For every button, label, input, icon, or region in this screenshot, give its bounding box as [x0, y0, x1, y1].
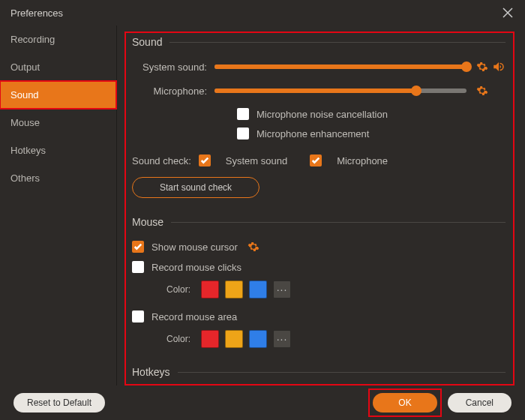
- check-system-label: System sound: [226, 155, 287, 166]
- sidebar-item-recording[interactable]: Recording: [0, 26, 116, 53]
- show-cursor-label: Show mouse cursor: [152, 242, 238, 253]
- gear-icon[interactable]: [247, 240, 260, 254]
- section-sound: Sound System sound: Microphone:: [132, 36, 506, 198]
- cancel-button[interactable]: Cancel: [448, 393, 512, 412]
- color-swatch-orange[interactable]: [225, 280, 243, 298]
- sidebar-item-output[interactable]: Output: [0, 53, 116, 81]
- clicks-color-label: Color:: [166, 284, 190, 295]
- sound-check-label: Sound check:: [132, 155, 191, 166]
- enhancement-label: Microphone enhancement: [256, 128, 369, 140]
- sidebar-item-hotkeys[interactable]: Hotkeys: [0, 136, 116, 164]
- record-clicks-checkbox[interactable]: [132, 261, 144, 273]
- noise-cancel-label: Microphone noise cancellation: [256, 109, 388, 120]
- sidebar-item-mouse[interactable]: Mouse: [0, 109, 116, 136]
- sidebar: Recording Output Sound Mouse Hotkeys Oth…: [0, 26, 117, 386]
- system-sound-slider[interactable]: [214, 64, 466, 69]
- color-swatch-blue[interactable]: [249, 280, 267, 298]
- sidebar-item-sound[interactable]: Sound: [0, 81, 116, 109]
- color-swatch-blue[interactable]: [249, 330, 267, 348]
- record-area-checkbox[interactable]: [132, 310, 144, 322]
- gear-icon[interactable]: [476, 60, 489, 74]
- ok-button[interactable]: OK: [373, 393, 436, 412]
- footer: Reset to Default OK Cancel: [0, 386, 525, 420]
- color-swatch-red[interactable]: [201, 280, 219, 298]
- record-clicks-label: Record mouse clicks: [152, 262, 242, 273]
- color-swatch-more[interactable]: ···: [273, 280, 291, 298]
- close-icon[interactable]: [501, 6, 514, 20]
- divider: [178, 372, 506, 373]
- sound-heading: Sound: [132, 36, 162, 48]
- system-sound-label: System sound:: [132, 62, 214, 73]
- titlebar: Preferences: [0, 0, 525, 26]
- area-color-label: Color:: [166, 334, 190, 344]
- gear-icon[interactable]: [476, 84, 489, 98]
- sidebar-item-others[interactable]: Others: [0, 164, 116, 192]
- check-mic-checkbox[interactable]: [310, 154, 322, 166]
- enhancement-checkbox[interactable]: [237, 128, 249, 140]
- speaker-icon[interactable]: [492, 60, 506, 74]
- divider: [170, 42, 506, 43]
- mic-label: Microphone:: [132, 86, 214, 97]
- color-swatch-red[interactable]: [201, 330, 219, 348]
- content-scroll[interactable]: Sound System sound: Microphone:: [126, 33, 516, 386]
- reset-button[interactable]: Reset to Default: [14, 393, 105, 412]
- color-swatch-orange[interactable]: [225, 330, 243, 348]
- noise-cancel-checkbox[interactable]: [237, 108, 249, 120]
- show-cursor-checkbox[interactable]: [132, 241, 144, 253]
- section-hotkeys: Hotkeys: [132, 366, 506, 378]
- start-sound-check-button[interactable]: Start sound check: [132, 177, 260, 198]
- check-mic-label: Microphone: [337, 155, 388, 166]
- mic-slider[interactable]: [214, 88, 466, 93]
- hotkeys-heading: Hotkeys: [132, 366, 170, 378]
- section-mouse: Mouse Show mouse cursor Record mouse cli…: [132, 216, 506, 348]
- mouse-heading: Mouse: [132, 216, 164, 228]
- ok-highlight: OK: [368, 388, 441, 417]
- record-area-label: Record mouse area: [152, 311, 237, 322]
- divider: [171, 222, 506, 223]
- color-swatch-more[interactable]: ···: [273, 330, 291, 348]
- check-system-checkbox[interactable]: [199, 154, 211, 166]
- window-title: Preferences: [10, 8, 63, 19]
